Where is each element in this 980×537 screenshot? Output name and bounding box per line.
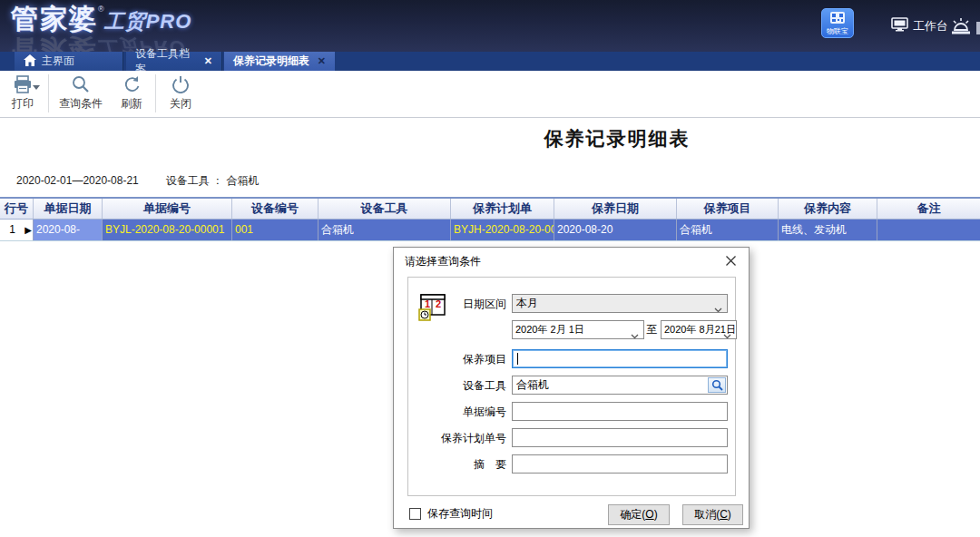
iot-badge-label: 物联宝	[827, 27, 848, 36]
col-header-maint-date[interactable]: 保养日期	[554, 199, 677, 219]
row-marker-icon: ▶	[24, 226, 32, 235]
toolbar-separator	[48, 74, 49, 112]
report-title: 保养记录明细表	[506, 126, 728, 151]
clipped-glyph-fragment	[976, 22, 980, 34]
maint-item-label: 保养项目	[394, 349, 506, 369]
col-header-rowno[interactable]: 行号	[0, 199, 34, 219]
cell-content[interactable]: 电线、发动机	[779, 220, 877, 240]
col-header-doc-date[interactable]: 单据日期	[34, 199, 103, 219]
dialog-close-icon[interactable]	[723, 253, 738, 268]
cancel-button[interactable]: 取消(C)	[682, 504, 743, 525]
cell-item[interactable]: 合箱机	[677, 220, 779, 240]
cell-plan-no[interactable]: BYJH-2020-08-20-00001	[451, 220, 554, 240]
col-header-remark[interactable]: 备注	[877, 199, 980, 219]
query-label: 查询条件	[59, 96, 103, 112]
cell-device-no[interactable]: 001	[232, 220, 318, 240]
cell-maint-date[interactable]: 2020-08-20	[554, 220, 677, 240]
device-input[interactable]: 合箱机	[512, 376, 728, 395]
workbench-button[interactable]: 工作台	[891, 17, 948, 34]
records-table: 行号 单据日期 单据编号 设备编号 设备工具 保养计划单 保养日期 保养项目 保…	[0, 197, 980, 241]
tab-bar: 主界面 设备工具档案 ✕ 保养记录明细表 ✕	[0, 52, 980, 71]
period-label: 日期区间	[394, 294, 506, 314]
maint-item-input[interactable]	[512, 349, 728, 368]
app-logo: 管家婆®工贸PRO	[11, 5, 191, 33]
workbench-label: 工作台	[913, 18, 948, 34]
refresh-button[interactable]: 刷新	[110, 73, 153, 115]
tab-close-icon[interactable]: ✕	[318, 56, 326, 66]
refresh-label: 刷新	[121, 96, 142, 112]
doc-no-label: 单据编号	[394, 402, 506, 422]
date-from-picker[interactable]: 2020年 2月 1日	[512, 320, 644, 339]
toolbar-separator	[155, 74, 156, 112]
device-label: 设备工具	[394, 376, 506, 395]
cell-doc-no[interactable]: BYJL-2020-08-20-00001	[103, 220, 232, 240]
plan-no-label: 保养计划单号	[394, 428, 506, 448]
query-condition-dialog: 请选择查询条件 1 2 日期区间 本月	[393, 247, 750, 529]
device-lookup-button[interactable]	[708, 377, 726, 393]
to-label: 至	[645, 320, 659, 339]
logo-registered-mark: ®	[98, 5, 104, 14]
memo-input[interactable]	[512, 454, 728, 474]
power-icon	[172, 73, 190, 95]
text-caret	[517, 353, 518, 365]
print-dropdown-caret-icon[interactable]	[33, 85, 40, 90]
query-conditions-button[interactable]: 查询条件	[52, 73, 110, 115]
report-filter-summary: 2020-02-01—2020-08-21设备工具 ： 合箱机	[16, 173, 259, 189]
refresh-icon	[122, 73, 142, 95]
tab-main-screen[interactable]: 主界面	[15, 52, 123, 71]
tab-label: 保养记录明细表	[233, 54, 309, 69]
home-icon	[24, 54, 36, 69]
period-select[interactable]: 本月	[512, 294, 728, 313]
memo-label: 摘 要	[394, 454, 506, 474]
col-header-device-no[interactable]: 设备编号	[232, 199, 318, 219]
chevron-down-icon	[714, 301, 722, 313]
dialog-title: 请选择查询条件	[405, 254, 481, 269]
chevron-down-icon	[631, 327, 639, 339]
tab-close-icon[interactable]: ✕	[204, 56, 212, 66]
cell-device[interactable]: 合箱机	[318, 220, 451, 240]
date-to-picker[interactable]: 2020年 8月21日	[661, 320, 737, 339]
logo-sub-text: 工贸PRO	[104, 10, 192, 33]
top-header-bar: 管家婆®工贸PRO 管家婆工贸PRO 物联宝 工作台	[0, 0, 980, 52]
close-label: 关闭	[170, 96, 191, 112]
print-button[interactable]: 打印	[0, 73, 45, 115]
cell-remark[interactable]	[877, 220, 980, 240]
doc-no-input[interactable]	[512, 402, 728, 421]
col-header-item[interactable]: 保养项目	[677, 199, 779, 219]
save-query-time-checkbox[interactable]	[409, 508, 421, 520]
report-device-filter: 设备工具 ： 合箱机	[166, 174, 260, 187]
print-label: 打印	[12, 96, 34, 112]
app-window: 管家婆®工贸PRO 管家婆工贸PRO 物联宝 工作台 主界面 设备	[0, 0, 980, 537]
cell-rowno[interactable]: 1 ▶	[0, 220, 34, 240]
table-header-row: 行号 单据日期 单据编号 设备编号 设备工具 保养计划单 保养日期 保养项目 保…	[0, 197, 980, 220]
search-icon	[71, 73, 91, 95]
chevron-down-icon	[723, 327, 731, 339]
col-header-doc-no[interactable]: 单据编号	[103, 199, 232, 219]
iot-badge-button[interactable]: 物联宝	[821, 8, 854, 38]
cell-doc-date[interactable]: 2020-08-	[34, 220, 103, 240]
logo-main-text: 管家婆	[11, 4, 98, 34]
close-button[interactable]: 关闭	[159, 73, 202, 115]
plan-no-input[interactable]	[512, 428, 728, 447]
col-header-content[interactable]: 保养内容	[779, 199, 877, 219]
table-row[interactable]: 1 ▶ 2020-08- BYJL-2020-08-20-00001 001 合…	[0, 220, 980, 241]
tab-maintenance-record[interactable]: 保养记录明细表 ✕	[224, 52, 335, 71]
tab-label: 主界面	[42, 54, 74, 69]
monitor-icon	[891, 17, 908, 34]
tab-device-archive[interactable]: 设备工具档案 ✕	[126, 52, 222, 71]
ok-button[interactable]: 确定(O)	[608, 504, 670, 525]
col-header-plan-no[interactable]: 保养计划单	[451, 199, 554, 219]
toolbar: 打印 查询条件 刷新 关闭	[0, 71, 980, 118]
printer-icon	[13, 73, 33, 95]
qr-code-icon	[830, 11, 845, 27]
col-header-device[interactable]: 设备工具	[318, 199, 451, 219]
save-query-time-label: 保存查询时间	[427, 503, 493, 523]
alarm-icon[interactable]	[949, 16, 973, 36]
report-date-range: 2020-02-01—2020-08-21	[16, 174, 139, 187]
